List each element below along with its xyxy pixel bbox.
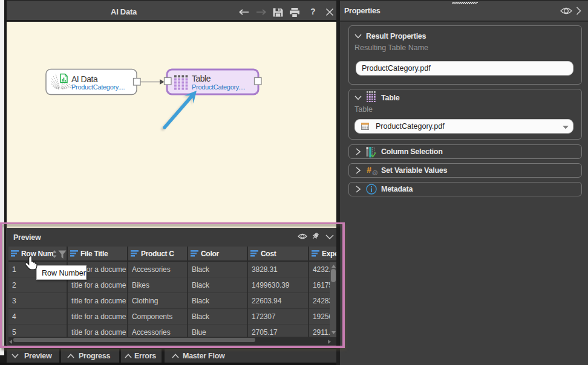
svg-text:ProductCategory....: ProductCategory.... (192, 83, 245, 91)
svg-text:AI Data: AI Data (71, 74, 98, 84)
svg-text:Table: Table (192, 74, 211, 83)
svg-text:ProductCategory....: ProductCategory.... (71, 83, 125, 91)
